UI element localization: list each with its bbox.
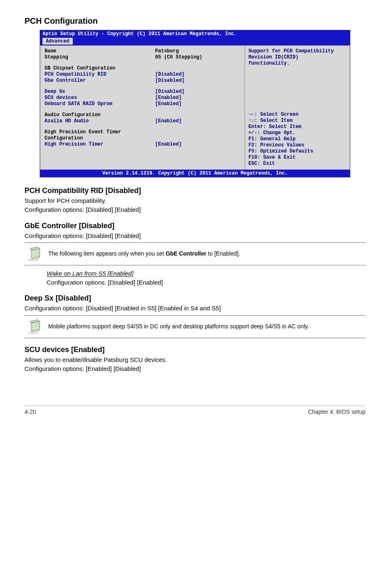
- bios-hpet-label: High Precision Timer: [45, 141, 155, 148]
- bios-footer: Version 2.14.1219. Copyright (C) 2011 Am…: [40, 170, 350, 177]
- pch-compat-config-opts: Configuration options: [Disabled] [Enabl…: [25, 206, 365, 214]
- bios-azalia-value: [Enabled]: [155, 118, 240, 124]
- bios-help-key: →←: Select Screen: [249, 112, 346, 118]
- pch-compat-support-text: Support for PCH compatibility.: [25, 197, 365, 205]
- bios-sb-chipset-label: SB Chipset Configuration: [45, 65, 155, 72]
- bios-body: Name Patsburg Stepping 05 (C0 Stepping) …: [40, 45, 350, 170]
- bios-help-key: F2: Previous Values: [249, 142, 346, 148]
- bios-gbe-value: [Disabled]: [155, 78, 240, 84]
- bios-hpet-value: [Enabled]: [155, 141, 240, 148]
- bios-help-line: functionality.: [249, 61, 346, 67]
- bios-help-key: F5: Optimized Defaults: [249, 148, 346, 155]
- note-gbe-bold: GbE Controller: [166, 250, 206, 257]
- bios-main-panel: Name Patsburg Stepping 05 (C0 Stepping) …: [40, 45, 245, 170]
- heading-pch-configuration: PCH Configuration: [25, 16, 365, 26]
- note-text-gbe: The following item appears only when you…: [48, 250, 364, 258]
- note-text-deep-sx: Mobile platforms support deep S4/S5 in D…: [48, 323, 364, 330]
- heading-scu-devices: SCU devices [Enabled]: [25, 346, 365, 354]
- heading-pch-compat-rid: PCH Compatibility RID [Disabled]: [25, 186, 365, 195]
- bios-titlebar: Aptio Setup Utility - Copyright (C) 2011…: [40, 30, 350, 38]
- bios-screenshot: Aptio Setup Utility - Copyright (C) 2011…: [40, 30, 350, 177]
- pencil-icon: [26, 319, 43, 334]
- page-footer: 4-20 Chapter 4: BIOS setup: [25, 406, 365, 415]
- bios-help-key: F1: General Help: [249, 136, 346, 142]
- bios-help-key: +/-: Change Opt.: [249, 130, 346, 136]
- bios-onboard-sata-label: Onboard SATA RAID Oprom: [45, 101, 155, 107]
- bios-tab-advanced: Advanced: [43, 38, 73, 45]
- bios-scu-label: SCU devices: [45, 95, 155, 101]
- bios-help-key: F10: Save & Exit: [249, 155, 346, 161]
- bios-hpet-conf-label: High Precision Event Timer Configuration: [45, 129, 155, 141]
- bios-pch-compat-rid-value: [Disabled]: [155, 72, 240, 78]
- bios-help-key: Enter: Select Item: [249, 124, 346, 130]
- chapter-label: Chapter 4: BIOS setup: [308, 408, 365, 415]
- bios-name-value: Patsburg: [155, 48, 240, 54]
- wake-on-lan-opts: Configuration options: [Disabled] [Enabl…: [47, 278, 365, 287]
- note-gbe-pre: The following item appears only when you…: [48, 250, 166, 257]
- bios-help-key: ↑↓: Select Item: [249, 118, 346, 124]
- bios-onboard-sata-value: [Enabled]: [155, 101, 240, 107]
- svg-point-7: [28, 332, 38, 334]
- note-block-deep-sx: Mobile platforms support deep S4/S5 in D…: [25, 315, 365, 338]
- bios-tabbar: Advanced: [40, 38, 350, 45]
- bios-deep-sx-value: [Disabled]: [155, 89, 240, 95]
- pencil-icon: [26, 246, 43, 262]
- bios-deep-sx-label: Deep Sx: [45, 89, 155, 95]
- bios-help-key: ESC: Exit: [249, 161, 346, 167]
- bios-gbe-label: Gbe Controller: [45, 78, 155, 84]
- gbe-config-opts: Configuration options: [Disabled] [Enabl…: [25, 232, 365, 240]
- bios-stepping-value: 05 (C0 Stepping): [155, 54, 240, 61]
- svg-point-3: [28, 259, 38, 261]
- wake-on-lan-heading: Wake on Lan from S5 [Enabled]: [47, 270, 133, 277]
- page-number: 4-20: [25, 408, 36, 415]
- bios-name-label: Name: [45, 48, 155, 54]
- bios-help-panel: Support for PCH Compatibility Revision I…: [245, 45, 350, 170]
- note-gbe-post: to [Enabled].: [206, 250, 240, 257]
- scu-config-opts: Configuration options: [Enabled] [Disabl…: [25, 365, 365, 373]
- heading-gbe-controller: GbE Controller [Disabled]: [25, 222, 365, 230]
- deep-sx-opts: Configuration options: [Disabled] [Enabl…: [25, 304, 365, 312]
- bios-help-line: Revision ID(CRID): [249, 54, 346, 61]
- bios-azalia-label: Azalia HD Audio: [45, 118, 155, 124]
- note-block-gbe: The following item appears only when you…: [25, 242, 365, 265]
- bios-help-line: Support for PCH Compatibility: [249, 48, 346, 54]
- bios-scu-value: [Enabled]: [155, 95, 240, 101]
- bios-pch-compat-rid-label: PCH Compatibility RID: [45, 72, 155, 78]
- heading-deep-sx: Deep Sx [Disabled]: [25, 294, 365, 303]
- scu-desc-text: Allows you to enable/disable Patsburg SC…: [25, 356, 365, 364]
- bios-stepping-label: Stepping: [45, 54, 155, 61]
- bios-audio-conf-label: Audio Configuration: [45, 112, 155, 118]
